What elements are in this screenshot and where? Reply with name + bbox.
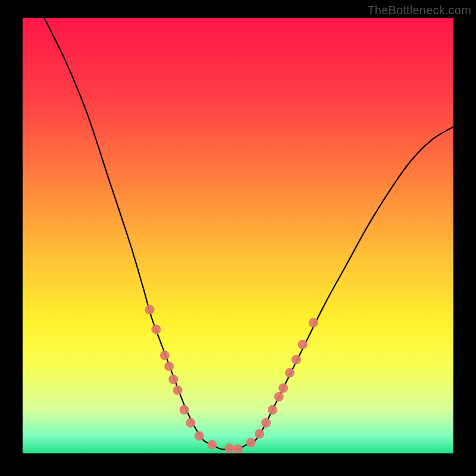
curve-marker <box>225 443 234 453</box>
curve-marker <box>145 305 155 314</box>
curve-marker <box>180 405 189 415</box>
curve-marker <box>255 429 264 439</box>
plot-svg <box>23 18 453 453</box>
curve-marker <box>186 418 195 428</box>
curve-marker <box>168 375 178 384</box>
curve-marker <box>268 405 277 415</box>
curve-marker <box>246 438 256 447</box>
curve-marker <box>261 418 271 428</box>
curve-marker <box>164 362 174 371</box>
curve-marker <box>309 318 318 327</box>
curve-marker <box>233 444 243 453</box>
curve-marker <box>195 431 204 441</box>
curve-marker <box>160 350 170 360</box>
plot-area <box>23 18 453 453</box>
watermark-text: TheBottleneck.com <box>367 4 471 17</box>
curve-marker <box>173 386 183 395</box>
curve-marker <box>208 440 217 449</box>
chart-container: TheBottleneck.com <box>0 0 476 476</box>
curve-marker <box>151 324 161 334</box>
curve-marker <box>285 368 295 378</box>
curve-marker <box>298 340 308 349</box>
bottleneck-curve <box>44 18 453 449</box>
curve-markers <box>145 305 318 453</box>
curve-marker <box>292 355 301 365</box>
curve-marker <box>278 383 288 393</box>
curve-marker <box>274 392 284 402</box>
